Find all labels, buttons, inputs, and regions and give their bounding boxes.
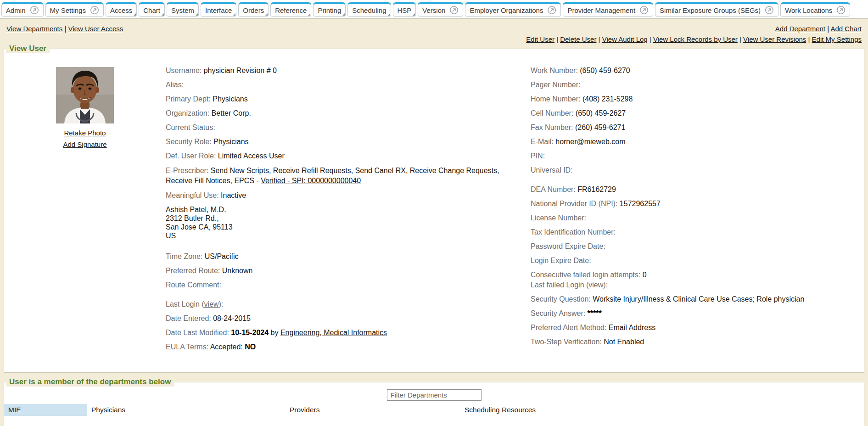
dropdown-corner-icon xyxy=(342,13,345,16)
field-row: Meaningful Use: Inactive xyxy=(166,191,531,200)
link-separator: | xyxy=(596,35,602,43)
view-user-section: View User xyxy=(4,44,864,373)
nav-tab-interface[interactable]: Interface xyxy=(201,2,236,17)
field-row: Def. User Role: Limited Access User xyxy=(166,151,531,161)
field-label: License Number: xyxy=(531,214,586,222)
nav-tab-chart[interactable]: Chart xyxy=(139,2,165,17)
dept-cell-providers[interactable]: Providers xyxy=(286,404,460,416)
field-label: Organization: xyxy=(166,109,212,117)
nav-tab-label: Reference xyxy=(275,6,307,14)
field-row: Last Login (view): xyxy=(166,300,531,309)
dept-cell-physicians[interactable]: Physicians xyxy=(87,404,286,416)
dropdown-corner-icon xyxy=(265,13,268,16)
field-label: Time Zone: xyxy=(166,252,205,260)
nav-tab-label: Provider Management xyxy=(567,6,635,14)
field-value: (260) 459-6271 xyxy=(575,123,625,131)
field-label: DEA Number: xyxy=(531,185,577,193)
link-separator: | xyxy=(554,35,560,43)
field-value: (650) 459-6270 xyxy=(580,67,630,74)
view-user-legend: View User xyxy=(6,44,50,53)
engineering-medical-informatics-link[interactable]: Engineering, Medical Informatics xyxy=(280,329,387,336)
field-label: Username: xyxy=(166,67,204,74)
field-label: EULA Terms: xyxy=(166,343,210,351)
field-value: (650) 459-2627 xyxy=(576,109,626,117)
view-user-access-link[interactable]: View User Access xyxy=(68,25,123,33)
field-value: Not Enabled xyxy=(604,338,644,346)
nav-tab-my-settings[interactable]: My Settings xyxy=(45,2,104,17)
field-row: Route Comment: xyxy=(166,280,531,290)
external-link-icon xyxy=(449,6,459,15)
nav-tab-employer-organizations[interactable]: Employer Organizations xyxy=(465,2,561,17)
add-department-link[interactable]: Add Department xyxy=(775,25,825,33)
edit-my-settings-link[interactable]: Edit My Settings xyxy=(812,35,862,43)
field-label: Two-Step Verification: xyxy=(531,338,604,346)
field-row: Consecutive failed login attempts: 0 xyxy=(531,270,859,280)
dropdown-corner-icon xyxy=(162,13,164,16)
field-label: Security Question: xyxy=(531,295,593,303)
field-value: Physicians xyxy=(213,95,247,103)
nav-tab-admin[interactable]: Admin xyxy=(1,2,44,17)
view-audit-log-link[interactable]: View Audit Log xyxy=(602,35,648,43)
field-label: E-Prescriber: xyxy=(166,167,211,174)
field-value: US/Pacific xyxy=(205,252,239,260)
nav-tab-version[interactable]: Version xyxy=(418,2,463,17)
nav-tab-access[interactable]: Access xyxy=(106,2,137,17)
link-separator: | xyxy=(62,25,68,33)
field-label: ): xyxy=(603,281,608,289)
nav-tab-reference[interactable]: Reference xyxy=(270,2,311,17)
link-separator: | xyxy=(806,35,812,43)
nav-tab-scheduling[interactable]: Scheduling xyxy=(347,2,391,17)
field-label: Password Expire Date: xyxy=(531,242,605,250)
field-value: FR6162729 xyxy=(577,185,616,193)
verified-spi-0000000000040-link[interactable]: Verified - SPI: 0000000000040 xyxy=(261,177,361,185)
field-label: Cell Number: xyxy=(531,109,576,117)
nav-tab-label: Access xyxy=(110,6,132,14)
external-link-icon xyxy=(90,6,99,15)
view-link[interactable]: view xyxy=(204,300,219,308)
nav-tab-orders[interactable]: Orders xyxy=(238,2,269,17)
nav-tab-provider-management[interactable]: Provider Management xyxy=(563,2,653,17)
left-links: View Departments | View User Access xyxy=(6,25,123,33)
view-lock-records-by-user-link[interactable]: View Lock Records by User xyxy=(653,35,738,43)
field-label: Tax Identification Number: xyxy=(531,228,616,236)
add-signature-link[interactable]: Add Signature xyxy=(63,140,106,148)
view-departments-link[interactable]: View Departments xyxy=(6,25,62,33)
nav-tab-label: Chart xyxy=(143,6,160,14)
dept-cell-mie[interactable]: MIE xyxy=(4,404,87,416)
view-link[interactable]: view xyxy=(588,281,603,289)
field-label: Work Number: xyxy=(531,67,580,74)
field-value: horner@mieweb.com xyxy=(555,138,625,146)
field-label: Last failed Login ( xyxy=(531,281,588,289)
delete-user-link[interactable]: Delete User xyxy=(560,35,596,43)
departments-section: User is a member of the departments belo… xyxy=(4,377,864,426)
nav-tab-system[interactable]: System xyxy=(167,2,199,17)
field-label: National Provider ID (NPI): xyxy=(531,200,620,207)
field-label: Last Login ( xyxy=(166,300,204,308)
field-label: Security Answer: xyxy=(531,309,588,317)
dept-cell-scheduling-resources[interactable]: Scheduling Resources xyxy=(460,404,864,416)
retake-photo-link[interactable]: Retake Photo xyxy=(63,129,106,137)
field-row: Home Number: (408) 231-5298 xyxy=(531,95,859,104)
nav-tab-similar-exposure-groups-segs[interactable]: Similar Exposure Groups (SEGs) xyxy=(655,2,778,17)
field-label: Meaningful Use: xyxy=(166,191,221,199)
add-chart-link[interactable]: Add Chart xyxy=(830,25,862,33)
field-row: Two-Step Verification: Not Enabled xyxy=(531,337,859,347)
field-value: NO xyxy=(245,343,256,351)
field-row: Cell Number: (650) 459-2627 xyxy=(531,109,859,118)
field-row: EULA Terms: Accepted: NO xyxy=(166,342,531,352)
nav-tab-label: Version xyxy=(422,6,445,14)
field-row: Security Role: Physicians xyxy=(166,137,531,146)
filter-departments-input[interactable] xyxy=(387,389,482,401)
nav-tab-work-locations[interactable]: Work Locations xyxy=(780,2,850,17)
nav-tab-hsp[interactable]: HSP xyxy=(393,2,416,17)
field-row: Ashish Patel, M.D. 2312 Butler Rd., San … xyxy=(166,205,531,240)
field-label: ): xyxy=(219,300,224,308)
field-label: Primary Dept: xyxy=(166,95,213,103)
view-user-revisions-link[interactable]: View User Revisions xyxy=(743,35,806,43)
field-row: Time Zone: US/Pacific xyxy=(166,252,531,261)
link-separator: | xyxy=(825,25,830,33)
external-link-icon xyxy=(30,6,39,15)
field-label: Alias: xyxy=(166,81,184,89)
nav-tab-printing[interactable]: Printing xyxy=(313,2,346,17)
edit-user-link[interactable]: Edit User xyxy=(526,35,554,43)
